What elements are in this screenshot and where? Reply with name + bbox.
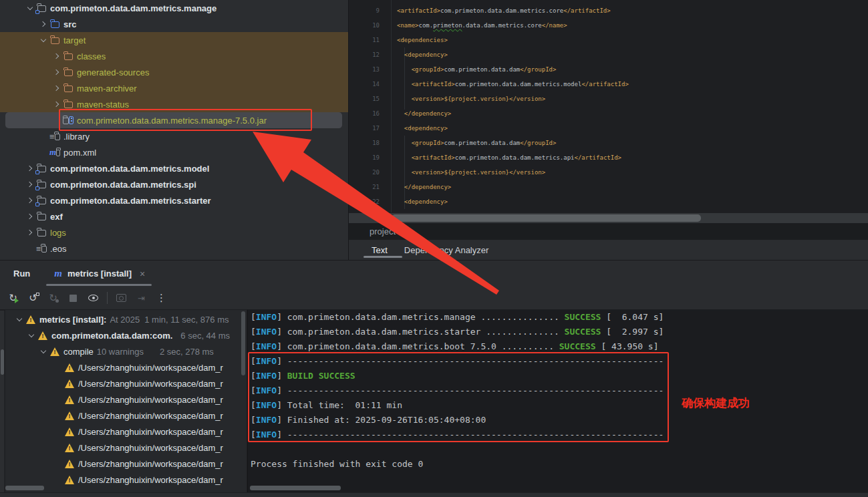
build-tree-row[interactable]: /Users/zhanghuixin/workspace/dam_r <box>5 456 247 472</box>
export-button[interactable]: ⇥ <box>135 292 148 305</box>
chevron-icon[interactable] <box>13 311 25 327</box>
tree-item-label: com.primeton.data.dam.metrics.manage <box>50 3 216 13</box>
chevron-icon[interactable] <box>37 16 49 32</box>
project-tree-row[interactable]: com.primeton.data.dam.metrics.spi <box>0 176 348 192</box>
tree-item-icon <box>36 195 47 206</box>
chevron-icon[interactable] <box>24 176 36 192</box>
build-tree-row[interactable]: com.primeton.data.dam:com. 6 sec, 44 ms <box>5 327 247 343</box>
run-tab-underline <box>46 284 152 286</box>
tree-item-label: classes <box>77 51 106 61</box>
run-console[interactable]: [INFO] com.primeton.data.dam.metrics.man… <box>247 310 868 492</box>
stripe-scroll-thumb[interactable] <box>1 349 4 375</box>
build-item-label: /Users/zhanghuixin/workspace/dam_r <box>78 363 223 373</box>
editor-line[interactable]: 19 <artifactId>com.primeton.data.dam.met… <box>349 150 868 165</box>
run-tab-metrics-install[interactable]: m metrics [install] × <box>46 261 153 287</box>
chevron-icon[interactable] <box>25 327 37 343</box>
warning-icon <box>25 314 36 325</box>
chevron-icon[interactable] <box>51 96 63 112</box>
build-output-tree: metrics [install]: At 2025 1 min, 11 sec… <box>5 310 247 492</box>
line-number: 21 <box>349 180 380 194</box>
editor-line[interactable]: 20 <version>${project.version}</version> <box>349 165 868 180</box>
build-tree-row[interactable]: /Users/zhanghuixin/workspace/dam_r <box>5 440 247 456</box>
chevron-icon[interactable] <box>51 64 63 80</box>
project-tree-row[interactable]: generated-sources <box>0 64 348 80</box>
chevron-icon[interactable] <box>51 80 63 96</box>
editor-line[interactable]: 15 <version>${project.version}</version> <box>349 92 868 106</box>
code-text: <dependency> <box>397 121 448 136</box>
chevron-icon[interactable] <box>37 32 49 48</box>
project-tree-row[interactable]: .eos <box>0 240 348 257</box>
editor-line[interactable]: 16 </dependency> <box>349 106 868 121</box>
rerun-button[interactable]: ↻ <box>7 292 19 305</box>
build-tree-row[interactable]: metrics [install]: At 2025 1 min, 11 sec… <box>5 311 247 327</box>
tab-text[interactable]: Text <box>372 245 388 255</box>
chevron-icon[interactable] <box>24 224 36 240</box>
tree-item-icon <box>36 211 47 222</box>
view-options-button[interactable] <box>87 292 100 305</box>
build-tree-row[interactable]: compile 10 warnings 2 sec, 278 ms <box>5 343 247 359</box>
build-tree-hscroll-thumb[interactable] <box>5 486 44 490</box>
build-item-detail: 10 warnings <box>97 347 144 357</box>
editor-line[interactable]: 22 <dependency> <box>349 194 868 209</box>
ide-window: com.primeton.data.dam.metrics.manage src… <box>0 0 868 497</box>
more-options-button[interactable]: ⋮ <box>155 292 168 305</box>
build-tree-row[interactable]: /Users/zhanghuixin/workspace/dam_r <box>5 407 247 424</box>
stop-button[interactable] <box>67 292 80 305</box>
build-tree-row[interactable]: /Users/zhanghuixin/workspace/dam_r <box>5 359 247 375</box>
chevron-icon[interactable] <box>37 343 49 359</box>
editor-horizontal-scrollbar[interactable] <box>349 213 868 223</box>
build-tree-row[interactable]: /Users/zhanghuixin/workspace/dam_r <box>5 375 247 391</box>
project-tree-row[interactable]: target <box>0 32 348 48</box>
warning-icon <box>49 346 60 357</box>
editor-line[interactable]: 18 <groupId>com.primeton.data.dam</group… <box>349 136 868 150</box>
resume-button[interactable]: ↻ <box>47 292 59 305</box>
status-bar <box>0 492 868 497</box>
editor-line[interactable]: 12 <dependency> <box>349 47 868 62</box>
screenshot-button[interactable] <box>115 292 128 305</box>
build-tree-row[interactable]: /Users/zhanghuixin/workspace/dam_r <box>5 391 247 407</box>
run-toolbar: ↻ ↺ ↻ ⇥ ⋮ <box>0 287 868 310</box>
line-number: 20 <box>349 165 380 180</box>
chevron-icon[interactable] <box>24 0 36 16</box>
editor-pane[interactable]: 9 <artifactId>com.primeton.data.dam.metr… <box>348 0 868 260</box>
chevron-icon[interactable] <box>24 160 36 176</box>
project-tree-row[interactable]: com.primeton.data.dam.metrics.starter <box>0 192 348 208</box>
build-tree-vscroll-thumb[interactable] <box>241 311 245 375</box>
project-tree-row[interactable]: exf <box>0 208 348 224</box>
project-tree-row[interactable]: com.primeton.data.dam.metrics.manage-7.5… <box>0 112 348 128</box>
editor-line[interactable]: 17 <dependency> <box>349 121 868 136</box>
build-item-label: /Users/zhanghuixin/workspace/dam_r <box>78 443 223 453</box>
breadcrumb[interactable]: project <box>370 226 396 236</box>
editor-line[interactable]: 9 <artifactId>com.primeton.data.dam.metr… <box>349 3 868 18</box>
chevron-icon[interactable] <box>51 48 63 64</box>
project-tree-row[interactable]: maven-status <box>0 96 348 112</box>
console-hscroll-thumb[interactable] <box>250 486 341 490</box>
tool-window-stripe <box>0 311 5 492</box>
tab-dependency-analyzer[interactable]: Dependency Analyzer <box>404 245 488 255</box>
project-tree-row[interactable]: .library <box>0 128 348 144</box>
project-tree-row[interactable]: classes <box>0 48 348 64</box>
project-tree-row[interactable]: src <box>0 16 348 32</box>
editor-line[interactable]: 11 <dependencies> <box>349 33 868 47</box>
project-tree-row[interactable]: com.primeton.data.dam.metrics.manage <box>0 0 348 16</box>
chevron-icon[interactable] <box>24 208 36 224</box>
editor-line[interactable]: 21 </dependency> <box>349 180 868 194</box>
editor-line[interactable]: 13 <groupId>com.primeton.data.dam</group… <box>349 62 868 77</box>
project-tree-row[interactable]: com.primeton.data.dam.metrics.model <box>0 160 348 176</box>
project-tree-panel: com.primeton.data.dam.metrics.manage src… <box>0 0 348 260</box>
close-icon[interactable]: × <box>140 269 145 279</box>
project-tree-row[interactable]: maven-archiver <box>0 80 348 96</box>
rerun-modified-button[interactable]: ↺ <box>27 292 39 305</box>
project-tree-row[interactable]: pom.xml <box>0 144 348 160</box>
tree-item-label: .eos <box>50 244 67 254</box>
build-tree-row[interactable]: /Users/zhanghuixin/workspace/dam_r <box>5 424 247 440</box>
editor-line[interactable]: 14 <artifactId>com.primeton.data.dam.met… <box>349 77 868 92</box>
build-item-label: /Users/zhanghuixin/workspace/dam_r <box>78 459 223 469</box>
build-item-duration: 1 min, 11 sec, 876 ms <box>144 315 229 325</box>
chevron-icon[interactable] <box>24 192 36 208</box>
editor-scrollbar-thumb[interactable] <box>392 214 701 222</box>
editor-line[interactable]: 10 <name>com.primeton.data.dam.metrics.c… <box>349 18 868 33</box>
project-tree-row[interactable]: logs <box>0 224 348 240</box>
tree-item-label: target <box>63 35 86 45</box>
line-number: 17 <box>349 121 380 136</box>
